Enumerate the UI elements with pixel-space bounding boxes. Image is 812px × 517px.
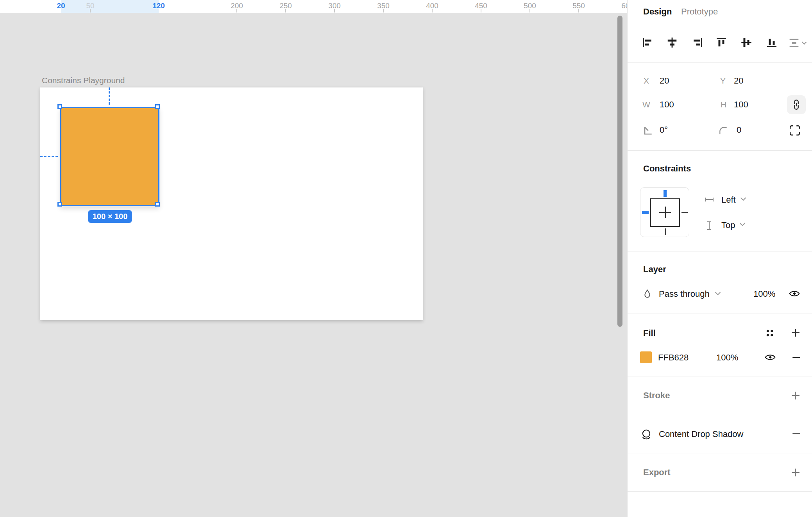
chevron-down-icon[interactable] bbox=[715, 291, 721, 296]
layer-opacity-input[interactable]: 100% bbox=[753, 289, 775, 299]
ruler-tick bbox=[90, 9, 91, 12]
horizontal-constraint-select[interactable]: Left bbox=[721, 195, 736, 205]
w-label: W bbox=[642, 100, 650, 109]
effect-style-name[interactable]: Content Drop Shadow bbox=[659, 429, 743, 439]
ruler-label: 120 bbox=[152, 2, 165, 10]
ruler-tick bbox=[236, 9, 237, 12]
independent-corners-button[interactable] bbox=[789, 124, 801, 137]
x-input[interactable]: 20 bbox=[660, 76, 669, 86]
align-right-icon[interactable] bbox=[690, 36, 705, 50]
add-stroke-button[interactable] bbox=[790, 390, 801, 401]
add-fill-button[interactable] bbox=[790, 327, 801, 338]
rotation-input[interactable]: 0° bbox=[660, 125, 668, 135]
frame-title[interactable]: Constrains Playground bbox=[42, 76, 125, 85]
y-input[interactable]: 20 bbox=[734, 76, 743, 86]
w-input[interactable]: 100 bbox=[660, 100, 674, 110]
layer-heading: Layer bbox=[643, 264, 666, 275]
ruler-tick bbox=[383, 9, 384, 12]
canvas-vertical-scrollbar[interactable] bbox=[617, 16, 622, 327]
ruler-label: 600 bbox=[621, 2, 627, 10]
h-label: H bbox=[721, 100, 726, 109]
selection-handle-bottom-left[interactable] bbox=[57, 202, 62, 207]
constraint-left-tick[interactable] bbox=[642, 211, 649, 214]
divider bbox=[628, 251, 812, 251]
h-input[interactable]: 100 bbox=[734, 100, 748, 110]
add-export-button[interactable] bbox=[790, 467, 801, 478]
eye-icon[interactable] bbox=[789, 289, 800, 298]
fill-color-swatch[interactable] bbox=[640, 351, 652, 363]
export-heading: Export bbox=[643, 467, 671, 478]
styles-icon[interactable] bbox=[765, 328, 775, 338]
fill-hex-input[interactable]: FFB628 bbox=[658, 353, 689, 363]
ruler-tick bbox=[432, 9, 433, 12]
vertical-constraint-icon bbox=[705, 221, 713, 231]
constraint-bottom-tick[interactable] bbox=[665, 228, 666, 235]
constraint-guide-horizontal bbox=[40, 156, 58, 157]
selection-handle-top-right[interactable] bbox=[155, 104, 160, 109]
ruler-tick bbox=[334, 9, 335, 12]
ruler-tick bbox=[578, 9, 579, 12]
align-horizontal-centers-icon[interactable] bbox=[665, 36, 679, 50]
blend-mode-select[interactable]: Pass through bbox=[659, 289, 710, 299]
constraint-top-tick[interactable] bbox=[664, 190, 667, 197]
divider bbox=[628, 62, 812, 63]
constraints-heading: Constraints bbox=[643, 164, 691, 174]
ruler-selection-highlight bbox=[61, 0, 159, 13]
divider bbox=[628, 415, 812, 415]
horizontal-constraint-icon bbox=[704, 196, 714, 203]
divider bbox=[628, 376, 812, 376]
tab-design[interactable]: Design bbox=[643, 7, 672, 17]
constraint-picker[interactable] bbox=[640, 187, 689, 237]
selection-handle-bottom-right[interactable] bbox=[155, 202, 160, 207]
constraint-guide-vertical bbox=[109, 87, 110, 105]
vertical-constraint-select[interactable]: Top bbox=[721, 220, 735, 230]
y-label: Y bbox=[720, 76, 726, 86]
ruler-tick bbox=[285, 9, 286, 12]
properties-panel: Design Prototype X 20 Y 20 W 100 H 100 bbox=[627, 0, 812, 517]
ruler-tick bbox=[481, 9, 481, 12]
tab-prototype[interactable]: Prototype bbox=[681, 7, 718, 17]
constraint-center bbox=[665, 207, 666, 218]
effect-style-icon[interactable] bbox=[640, 428, 653, 441]
x-label: X bbox=[644, 76, 649, 86]
chevron-down-icon[interactable] bbox=[740, 197, 746, 201]
constraint-right-tick[interactable] bbox=[681, 212, 688, 213]
chevron-down-icon[interactable] bbox=[739, 222, 746, 226]
align-bottom-icon[interactable] bbox=[765, 36, 779, 50]
corner-radius-input[interactable]: 0 bbox=[737, 125, 741, 135]
align-top-icon[interactable] bbox=[714, 36, 728, 50]
divider bbox=[628, 314, 812, 314]
eye-icon[interactable] bbox=[764, 353, 776, 362]
rotation-icon bbox=[642, 125, 653, 136]
size-badge: 100 × 100 bbox=[88, 210, 132, 223]
constrain-proportions-button[interactable] bbox=[787, 95, 806, 114]
ruler[interactable]: 2050120200250300350400450500550600 bbox=[0, 0, 627, 13]
fill-heading: Fill bbox=[643, 328, 656, 338]
fill-opacity-input[interactable]: 100% bbox=[716, 353, 738, 363]
align-left-icon[interactable] bbox=[640, 36, 655, 50]
ruler-label: 20 bbox=[57, 2, 65, 10]
corner-radius-icon bbox=[718, 126, 728, 136]
ruler-tick bbox=[529, 9, 530, 12]
canvas-area[interactable]: 2050120200250300350400450500550600 Const… bbox=[0, 0, 627, 517]
blend-mode-icon bbox=[642, 289, 653, 299]
remove-effect-button[interactable] bbox=[791, 430, 801, 438]
divider bbox=[628, 150, 812, 151]
distribute-spacing-icon[interactable] bbox=[787, 36, 807, 50]
divider bbox=[628, 453, 812, 453]
link-icon bbox=[792, 98, 801, 111]
align-vertical-centers-icon[interactable] bbox=[739, 36, 753, 50]
divider bbox=[628, 491, 812, 492]
selected-rectangle[interactable] bbox=[60, 107, 159, 206]
remove-fill-button[interactable] bbox=[791, 353, 801, 362]
stroke-heading: Stroke bbox=[643, 390, 670, 401]
selection-handle-top-left[interactable] bbox=[57, 104, 62, 109]
